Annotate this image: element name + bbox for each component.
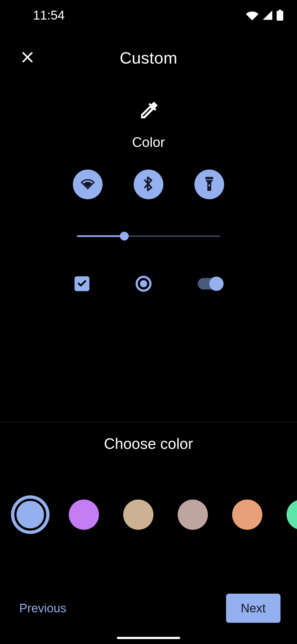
color-swatch[interactable] [178,500,208,530]
status-bar: 11:54 [0,0,297,30]
slider-track-active [77,235,124,237]
color-swatch[interactable] [69,500,99,530]
divider [0,422,297,422]
previous-button[interactable]: Previous [19,601,66,615]
next-button[interactable]: Next [226,594,280,623]
color-swatch[interactable] [232,500,262,530]
preview-controls-row [73,276,224,292]
preview-flashlight-toggle [194,170,224,199]
switch-thumb-icon [209,277,224,291]
check-icon [76,277,88,290]
eyedropper-icon [137,99,160,123]
slider-thumb [120,232,129,241]
color-swatch[interactable] [123,500,153,530]
flashlight-icon [204,176,215,193]
wifi-icon [246,10,258,20]
color-swatch-strip[interactable] [0,490,297,539]
preview-radio [136,276,152,292]
close-icon [20,50,35,66]
preview-wifi-toggle [73,170,103,199]
bluetooth-icon [143,176,154,193]
app-bar: Custom [0,30,297,85]
preview-quick-toggles [73,170,224,199]
wifi-icon [81,178,95,191]
color-swatch[interactable] [287,500,297,530]
preview-bluetooth-toggle [134,170,163,199]
preview-checkbox [75,276,89,291]
preview-switch [198,278,222,290]
status-icons [246,10,283,21]
radio-inner-icon [140,280,147,287]
color-swatch-selected[interactable] [11,495,50,534]
close-button[interactable] [6,36,50,80]
status-time: 11:54 [33,8,65,23]
preview-section-label: Color [132,134,165,150]
choose-color-title: Choose color [0,435,297,452]
cell-signal-icon [262,10,273,20]
preview-slider [77,235,220,237]
bottom-nav: Previous Next [0,588,297,629]
battery-icon [277,10,283,21]
gesture-bar [117,637,180,639]
svg-point-0 [208,184,210,186]
preview-panel: Color [0,85,297,300]
